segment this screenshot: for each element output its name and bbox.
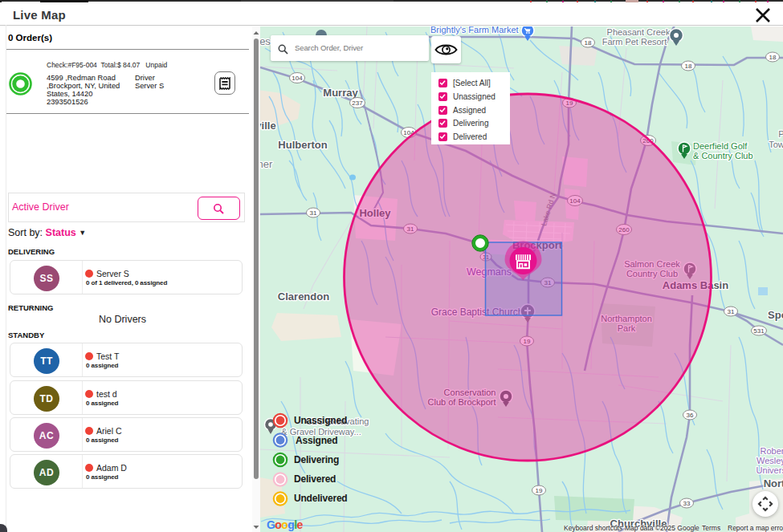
svg-text:237: 237 bbox=[352, 99, 363, 107]
svg-text:531: 531 bbox=[753, 327, 765, 335]
svg-text:18: 18 bbox=[685, 63, 692, 70]
svg-text:Murray: Murray bbox=[323, 87, 358, 99]
svg-text:Clarendon: Clarendon bbox=[278, 290, 329, 303]
svg-text:ner: ner bbox=[260, 158, 273, 170]
svg-text:18: 18 bbox=[769, 54, 777, 61]
svg-text:es: es bbox=[260, 35, 271, 47]
svg-text:Deerfield Golf: Deerfield Golf bbox=[693, 141, 748, 151]
svg-text:Wesleya: Wesleya bbox=[756, 456, 783, 465]
svg-text:Pheasant Creek: Pheasant Creek bbox=[607, 27, 671, 37]
svg-text:31: 31 bbox=[728, 308, 735, 315]
svg-text:Spen: Spen bbox=[768, 309, 783, 321]
svg-text:ville: ville bbox=[260, 120, 276, 132]
svg-text:Robert: Robert bbox=[760, 446, 783, 456]
svg-text:Town: Town bbox=[769, 140, 783, 149]
svg-text:19: 19 bbox=[536, 487, 543, 494]
svg-text:Brightly's Farm Market: Brightly's Farm Market bbox=[430, 26, 519, 35]
svg-text:Farm Pet Resort: Farm Pet Resort bbox=[602, 37, 667, 47]
svg-text:33: 33 bbox=[683, 500, 691, 507]
svg-text:104: 104 bbox=[292, 75, 303, 82]
svg-text:Universit: Universit bbox=[756, 465, 783, 475]
svg-text:P: P bbox=[778, 129, 783, 139]
svg-text:Hulberton: Hulberton bbox=[278, 139, 327, 151]
svg-text:18: 18 bbox=[585, 39, 592, 47]
svg-text:36: 36 bbox=[687, 412, 694, 419]
svg-text:& Country Club: & Country Club bbox=[693, 151, 753, 160]
svg-text:31: 31 bbox=[310, 209, 317, 217]
svg-text:North: North bbox=[764, 477, 783, 489]
